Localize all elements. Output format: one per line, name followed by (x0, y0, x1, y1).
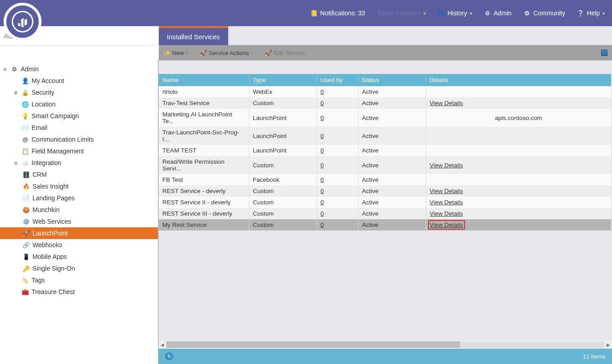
table-row[interactable]: Read/Write Permission Servi...Custom0Act… (159, 156, 611, 174)
service-actions-button[interactable]: 🚀 Service Actions ▾ (200, 49, 253, 56)
content-toolbar: ✨ New ▾ 🚀 Service Actions ▾ 🚀 Edit Servi… (159, 45, 612, 60)
col-header-type[interactable]: Type (249, 74, 317, 86)
tree-comm-limits[interactable]: @Communication Limits (0, 134, 158, 145)
history-menu[interactable]: 👣 History ▾ (437, 9, 472, 17)
table-row[interactable]: My Rest ServiceCustom0ActiveView Details (159, 219, 611, 230)
tree-smart-campaign[interactable]: 💡Smart Campaign (0, 110, 158, 122)
used-by-link[interactable]: 0 (321, 162, 324, 169)
tab-installed-services[interactable]: Installed Services (159, 26, 228, 45)
cell-details: View Details (426, 156, 611, 174)
tree-treasure-chest[interactable]: 🧰Treasure Chest (0, 286, 158, 298)
view-details-link[interactable]: View Details (430, 210, 463, 217)
horizontal-scrollbar[interactable]: ◀ ▶ (159, 341, 612, 349)
table-row[interactable]: FB TestFacebook0Active (159, 174, 611, 185)
used-by-link[interactable]: 0 (321, 176, 324, 183)
help-label: Help (587, 9, 600, 17)
cell-details: View Details (426, 208, 611, 219)
community-link[interactable]: ❂ Community (523, 9, 565, 17)
admin-link[interactable]: ⚙ Admin (484, 9, 512, 17)
help-icon: ❔ (577, 9, 584, 17)
cell-name: REST Service - deverly (159, 185, 249, 197)
services-grid: Name Type Used by Status Details rtriolo… (159, 74, 611, 230)
chevron-down-icon: ▾ (603, 11, 605, 16)
table-row[interactable]: Trav-Test ServiceCustom0ActiveView Detai… (159, 97, 611, 109)
table-row[interactable]: REST Service II - deverlyCustom0ActiveVi… (159, 197, 611, 208)
cell-name: REST Service II - deverly (159, 197, 249, 208)
tree-mobile-apps[interactable]: 📱Mobile Apps (0, 251, 158, 263)
cell-details (426, 86, 611, 97)
col-header-name[interactable]: Name (159, 74, 249, 86)
used-by-link[interactable]: 0 (321, 199, 324, 206)
cell-status: Active (358, 145, 426, 156)
col-header-used[interactable]: Used by (317, 74, 358, 86)
tree-tags[interactable]: 🏷️Tags (0, 274, 158, 286)
col-header-status[interactable]: Status (358, 74, 426, 86)
at-icon: @ (22, 136, 29, 143)
used-by-link[interactable]: 0 (321, 210, 324, 217)
view-details-link[interactable]: View Details (430, 100, 463, 106)
cell-status: Active (358, 156, 426, 174)
cell-type: LaunchPoint (249, 109, 317, 127)
help-menu[interactable]: ❔ Help ▾ (577, 9, 605, 17)
cell-type: Facebook (249, 174, 317, 185)
view-details-link[interactable]: View Details (428, 220, 465, 230)
lock-icon: 🔒 (22, 89, 29, 96)
logo[interactable] (4, 3, 41, 41)
used-by-link[interactable]: 0 (321, 115, 324, 121)
notifications-link[interactable]: 📒 Notifications: 33 (310, 9, 365, 17)
tree-my-account[interactable]: 👤My Account (0, 75, 158, 87)
tree-admin[interactable]: ⊟⚙Admin (0, 63, 158, 75)
tree-sales-insight[interactable]: 🔥Sales Insight (0, 180, 158, 192)
user-menu[interactable]: Travis Kaufman ▾ (377, 9, 426, 17)
scroll-thumb[interactable] (166, 341, 460, 348)
tree-web-services[interactable]: ⚙️Web Services (0, 216, 158, 227)
table-row[interactable]: TEAM TESTLaunchPoint0Active (159, 145, 611, 156)
scroll-left-icon[interactable]: ◀ (159, 342, 166, 347)
cell-used: 0 (317, 185, 358, 197)
used-by-link[interactable]: 0 (321, 100, 324, 106)
tree-sso[interactable]: 🔑Single Sign-On (0, 263, 158, 274)
key-icon: 🔑 (23, 265, 30, 272)
gear-icon: ⚙ (11, 65, 18, 73)
tree-email[interactable]: ✉️Email (0, 122, 158, 134)
cookie-icon: 🍪 (23, 206, 30, 213)
cell-name: Trav-Test Service (159, 97, 249, 109)
used-by-link[interactable]: 0 (321, 88, 324, 95)
table-row[interactable]: Marketing.AI LaunchPoint Te...LaunchPoin… (159, 109, 611, 127)
used-by-link[interactable]: 0 (321, 147, 324, 154)
view-details-link[interactable]: View Details (430, 199, 463, 206)
used-by-link[interactable]: 0 (321, 221, 324, 228)
table-row[interactable]: Trav-LaunchPoint-Svc-Prog-I...LaunchPoin… (159, 127, 611, 145)
used-by-link[interactable]: 0 (321, 133, 324, 139)
used-by-link[interactable]: 0 (321, 188, 324, 194)
col-header-details[interactable]: Details (426, 74, 611, 86)
tree-webhooks[interactable]: 🔗Webhooks (0, 239, 158, 251)
cell-used: 0 (317, 219, 358, 230)
cell-name: TEAM TEST (159, 145, 249, 156)
tree-location[interactable]: 🌐Location (0, 98, 158, 110)
edit-service-button[interactable]: 🚀 Edit Service (265, 49, 305, 56)
top-nav: 📒 Notifications: 33 Travis Kaufman ▾ 👣 H… (0, 0, 612, 26)
cell-details: View Details (426, 219, 611, 230)
cell-used: 0 (317, 197, 358, 208)
table-row[interactable]: rtrioloWebEx0Active (159, 86, 611, 97)
tree-landing-pages[interactable]: 📄Landing Pages (0, 192, 158, 204)
refresh-button[interactable]: ↻ (165, 352, 173, 360)
tree-crm[interactable]: 🗄️CRM (0, 169, 158, 180)
view-details-link[interactable]: View Details (430, 188, 463, 194)
new-label: New (172, 50, 184, 56)
tree-integration[interactable]: ⊟☁️Integration (0, 157, 158, 169)
toggle-panel-button[interactable] (601, 50, 607, 56)
table-row[interactable]: REST Service III - deverlyCustom0ActiveV… (159, 208, 611, 219)
item-count: 11 items (583, 353, 606, 360)
table-row[interactable]: REST Service - deverlyCustom0ActiveView … (159, 185, 611, 197)
scroll-right-icon[interactable]: ▶ (605, 342, 612, 347)
new-button[interactable]: ✨ New ▾ (163, 49, 188, 56)
tree-launchpoint[interactable]: 🚀LaunchPoint (0, 227, 158, 239)
tree-field-management[interactable]: 📋Field Management (0, 145, 158, 157)
webhook-icon: 🔗 (23, 241, 30, 249)
tree-munchkin[interactable]: 🍪Munchkin (0, 204, 158, 216)
user-icon: 👤 (22, 77, 29, 84)
tree-security[interactable]: ⊞🔒Security (0, 87, 158, 98)
view-details-link[interactable]: View Details (430, 162, 463, 169)
